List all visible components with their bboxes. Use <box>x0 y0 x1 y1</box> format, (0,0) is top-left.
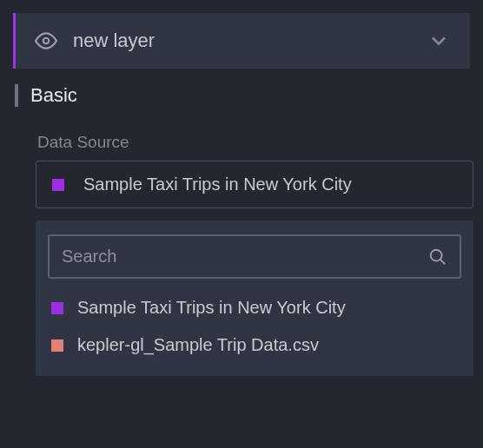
option-list: Sample Taxi Trips in New York City keple… <box>48 289 461 364</box>
layer-header[interactable]: new layer <box>13 13 470 69</box>
search-icon <box>428 247 447 267</box>
basic-section: Basic Data Source Sample Taxi Trips in N… <box>0 69 483 376</box>
search-box[interactable] <box>48 234 461 279</box>
svg-line-2 <box>440 259 446 264</box>
option-label: kepler-gl_Sample Trip Data.csv <box>77 335 319 355</box>
dropdown-option[interactable]: Sample Taxi Trips in New York City <box>48 289 461 326</box>
dataset-color-swatch <box>52 179 64 191</box>
data-source-label: Data Source <box>37 133 470 152</box>
visibility-icon[interactable] <box>35 30 57 52</box>
search-input[interactable] <box>62 247 420 267</box>
svg-point-0 <box>43 38 50 44</box>
chevron-down-icon[interactable] <box>427 29 451 53</box>
data-source-selected: Sample Taxi Trips in New York City <box>83 175 352 194</box>
data-source-dropdown: Sample Taxi Trips in New York City keple… <box>36 221 473 376</box>
dropdown-option[interactable]: kepler-gl_Sample Trip Data.csv <box>48 326 461 364</box>
section-indicator <box>15 84 18 107</box>
svg-point-1 <box>431 249 442 260</box>
section-title: Basic <box>30 84 77 107</box>
dataset-color-swatch <box>51 302 63 314</box>
dataset-color-swatch <box>51 339 63 352</box>
layer-title[interactable]: new layer <box>73 30 411 52</box>
option-label: Sample Taxi Trips in New York City <box>77 298 346 318</box>
data-source-select[interactable]: Sample Taxi Trips in New York City <box>36 161 473 208</box>
section-header: Basic <box>15 84 470 107</box>
